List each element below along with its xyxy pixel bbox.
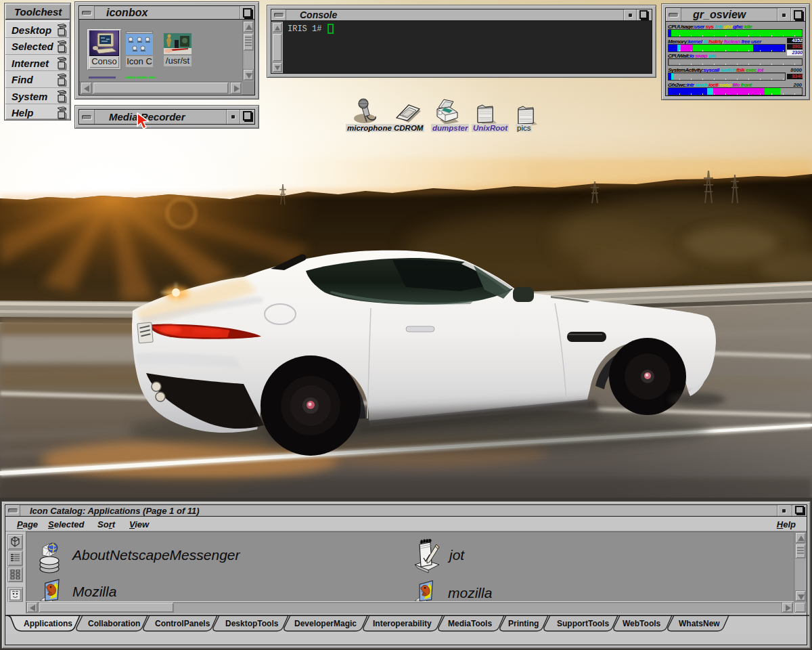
svg-text:DeveloperMagic: DeveloperMagic	[294, 619, 357, 628]
svg-text:Collaboration: Collaboration	[88, 619, 140, 628]
svg-text:WhatsNew: WhatsNew	[679, 619, 720, 628]
svg-text:Applications: Applications	[24, 619, 72, 628]
svg-text:SupportTools: SupportTools	[557, 619, 609, 628]
svg-text:Printing: Printing	[508, 619, 539, 628]
svg-text:Interoperability: Interoperability	[373, 619, 432, 628]
svg-text:ControlPanels: ControlPanels	[155, 619, 210, 628]
svg-text:MediaTools: MediaTools	[448, 619, 492, 628]
svg-text:WebTools: WebTools	[623, 619, 661, 628]
svg-text:DesktopTools: DesktopTools	[225, 619, 279, 628]
